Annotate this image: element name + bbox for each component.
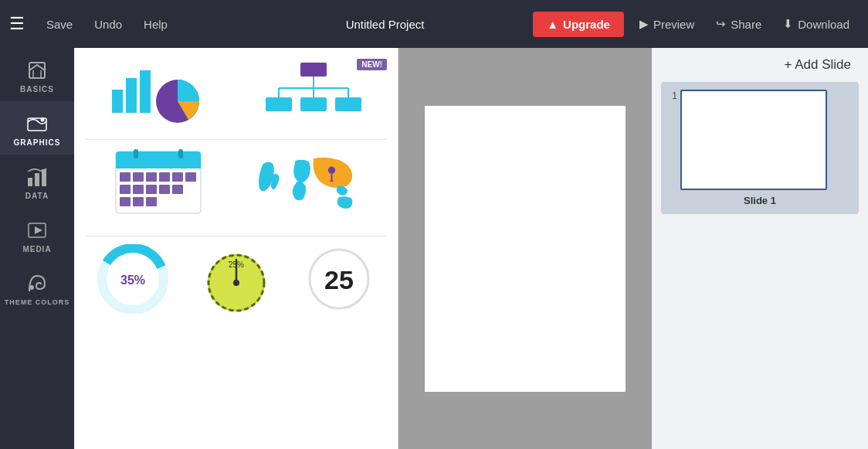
new-badge: NEW!: [357, 59, 387, 70]
world-map-item[interactable]: [240, 148, 388, 225]
sidebar-item-graphics[interactable]: GRAPHICS: [0, 101, 74, 155]
sidebar-item-theme-colors[interactable]: THEME COLORS: [0, 261, 74, 314]
add-slide-button[interactable]: + Add Slide: [785, 57, 852, 73]
slide-label: Slide 1: [744, 195, 776, 206]
share-icon: ↪: [716, 17, 726, 31]
calendar-item[interactable]: [85, 148, 232, 217]
svg-rect-27: [120, 172, 131, 182]
svg-text:35%: 35%: [120, 274, 145, 287]
media-label: MEDIA: [22, 245, 51, 253]
toolbar: ☰ Save Undo Help Untitled Project ▲ Upgr…: [0, 0, 868, 48]
sidebar-item-data[interactable]: DATA: [0, 155, 74, 208]
download-button[interactable]: ⬇ Download: [774, 12, 859, 36]
slide-number: 1: [672, 90, 677, 101]
svg-rect-38: [120, 197, 131, 206]
icon-nav: BASICS GRAPHICS DATA MEDIA: [0, 48, 74, 449]
svg-rect-4: [35, 173, 39, 186]
panel-row-3: 35% 25%: [85, 244, 387, 325]
save-button[interactable]: Save: [39, 13, 80, 36]
svg-rect-13: [300, 63, 327, 77]
svg-rect-33: [120, 185, 131, 194]
slide-thumbnail[interactable]: [680, 90, 827, 190]
element-panel: NEW!: [74, 48, 398, 449]
svg-rect-9: [112, 90, 123, 113]
undo-button[interactable]: Undo: [86, 13, 130, 36]
theme-colors-label: THEME COLORS: [5, 298, 70, 306]
slide-thumbnail-area: 1 Slide 1: [661, 82, 859, 214]
counter-25-item[interactable]: 25: [291, 244, 387, 314]
svg-rect-19: [300, 97, 327, 111]
svg-rect-25: [134, 149, 138, 158]
media-icon: [25, 219, 49, 242]
svg-point-41: [328, 167, 335, 174]
slide-canvas[interactable]: [425, 106, 626, 392]
svg-rect-10: [126, 78, 137, 113]
main-layout: BASICS GRAPHICS DATA MEDIA: [0, 48, 868, 449]
svg-point-48: [233, 280, 239, 286]
org-chart-item[interactable]: NEW!: [240, 59, 388, 128]
help-button[interactable]: Help: [136, 13, 175, 36]
data-label: DATA: [25, 192, 49, 200]
svg-rect-32: [185, 172, 196, 182]
svg-rect-11: [140, 70, 151, 113]
org-chart-icon: [259, 59, 368, 128]
data-icon: [25, 165, 49, 189]
panel-row-2: [85, 148, 387, 236]
chart-bar-pie-icon: [104, 59, 212, 128]
sidebar-item-media[interactable]: MEDIA: [0, 208, 74, 261]
svg-rect-17: [266, 97, 292, 111]
counter-25-icon: 25: [297, 244, 381, 314]
download-icon: ⬇: [783, 17, 793, 31]
preview-icon: ▶: [639, 17, 649, 31]
upgrade-arrow-icon: ▲: [547, 18, 558, 31]
svg-rect-30: [159, 172, 170, 182]
svg-rect-24: [116, 162, 201, 168]
svg-rect-28: [133, 172, 144, 182]
graphics-icon: [25, 112, 49, 135]
upgrade-label: Upgrade: [563, 18, 610, 31]
upgrade-button[interactable]: ▲ Upgrade: [533, 12, 624, 37]
svg-rect-37: [172, 185, 183, 194]
svg-rect-36: [159, 185, 170, 194]
svg-rect-39: [133, 197, 144, 206]
share-label: Share: [731, 18, 761, 31]
svg-rect-40: [146, 197, 157, 206]
preview-label: Preview: [653, 18, 694, 31]
svg-rect-34: [133, 185, 144, 194]
panel-row-1: NEW!: [85, 59, 387, 140]
toolbar-right: ▶ Preview ↪ Share ⬇ Download: [630, 12, 859, 36]
donut-35-item[interactable]: 35%: [85, 244, 181, 314]
graphics-label: GRAPHICS: [14, 138, 61, 147]
svg-rect-29: [146, 172, 157, 182]
basics-icon: [25, 59, 49, 82]
svg-rect-5: [42, 169, 46, 186]
share-button[interactable]: ↪ Share: [707, 12, 771, 36]
menu-icon[interactable]: ☰: [9, 15, 25, 32]
right-panel: + Add Slide 1 Slide 1: [652, 48, 868, 449]
donut-35-icon: 35%: [90, 244, 175, 314]
svg-rect-31: [172, 172, 183, 182]
sidebar-item-basics[interactable]: BASICS: [0, 48, 74, 101]
project-title: Untitled Project: [181, 18, 588, 31]
svg-point-2: [41, 118, 45, 122]
download-label: Download: [798, 18, 849, 31]
gauge-icon: 25%: [194, 244, 279, 314]
canvas-area: [398, 48, 652, 449]
svg-marker-7: [35, 226, 42, 234]
svg-rect-26: [178, 149, 183, 158]
svg-text:25%: 25%: [228, 260, 243, 269]
svg-text:25: 25: [324, 265, 354, 294]
svg-rect-21: [335, 97, 361, 111]
world-map-icon: [252, 148, 375, 225]
gauge-item[interactable]: 25%: [188, 244, 284, 314]
calendar-icon: [112, 148, 205, 217]
svg-rect-3: [28, 178, 32, 186]
theme-colors-icon: [25, 272, 49, 295]
preview-button[interactable]: ▶ Preview: [630, 12, 704, 36]
svg-rect-35: [146, 185, 157, 194]
chart-bar-pie-item[interactable]: [85, 59, 232, 128]
basics-label: BASICS: [20, 85, 54, 94]
svg-point-8: [29, 285, 34, 290]
